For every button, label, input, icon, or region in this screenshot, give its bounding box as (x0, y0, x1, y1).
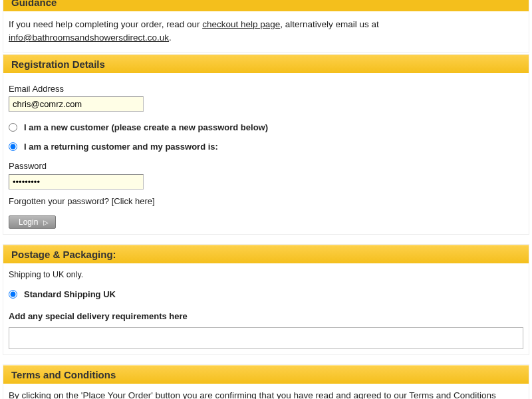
radio-standard-shipping[interactable] (9, 290, 17, 299)
radio-new-customer-label: I am a new customer (please create a new… (24, 121, 268, 134)
forgot-prefix: Forgotten your password? [ (9, 196, 114, 206)
email-field[interactable] (9, 96, 144, 112)
radio-new-customer[interactable] (9, 123, 17, 132)
forgot-password-text: Forgotten your password? [Click here] (9, 195, 523, 208)
forgot-password-link[interactable]: Click here (114, 196, 152, 206)
guidance-email-link[interactable]: info@bathroomsandshowersdirect.co.uk (9, 33, 169, 43)
guidance-body: If you need help completing your order, … (3, 11, 529, 52)
postage-body: Shipping to UK only. Standard Shipping U… (3, 263, 529, 354)
registration-body: Email Address I am a new customer (pleas… (3, 73, 529, 235)
standard-shipping-row[interactable]: Standard Shipping UK (9, 288, 523, 301)
password-field[interactable] (9, 174, 144, 190)
checkout-help-link[interactable]: checkout help page (202, 19, 280, 29)
section-registration: Registration Details Email Address I am … (3, 54, 529, 235)
radio-new-customer-row[interactable]: I am a new customer (please create a new… (9, 121, 523, 134)
guidance-header: Guidance (3, 0, 529, 11)
guidance-text-suffix: . (169, 33, 172, 43)
guidance-text-prefix: If you need help completing your order, … (9, 19, 202, 29)
standard-shipping-label: Standard Shipping UK (24, 288, 116, 301)
terms-header: Terms and Conditions (3, 365, 529, 384)
login-button-label: Login (19, 217, 38, 227)
radio-returning-customer-label: I am a returning customer and my passwor… (24, 140, 218, 154)
email-label: Email Address (9, 82, 523, 96)
terms-link[interactable]: Terms and Conditions (409, 390, 496, 399)
password-label: Password (9, 160, 523, 173)
section-guidance: Guidance If you need help completing you… (3, 0, 529, 53)
terms-body: By clicking on the 'Place Your Order' bu… (3, 384, 529, 399)
shipping-note: Shipping to UK only. (9, 269, 523, 281)
registration-header: Registration Details (3, 55, 529, 73)
delivery-requirements-label: Add any special delivery requirements he… (9, 310, 523, 323)
forgot-suffix: ] (152, 196, 155, 206)
section-postage: Postage & Packaging: Shipping to UK only… (3, 244, 529, 355)
terms-text-prefix: By clicking on the 'Place Your Order' bu… (9, 390, 409, 399)
section-terms: Terms and Conditions By clicking on the … (3, 364, 529, 399)
radio-returning-customer[interactable] (9, 142, 17, 151)
delivery-requirements-field[interactable] (9, 327, 523, 349)
guidance-text-middle: , alternatively email us at (280, 19, 379, 29)
login-button[interactable]: Login ▷ (9, 215, 56, 229)
postage-header: Postage & Packaging: (3, 245, 529, 263)
triangle-right-icon: ▷ (43, 219, 49, 226)
radio-returning-customer-row[interactable]: I am a returning customer and my passwor… (9, 140, 523, 154)
